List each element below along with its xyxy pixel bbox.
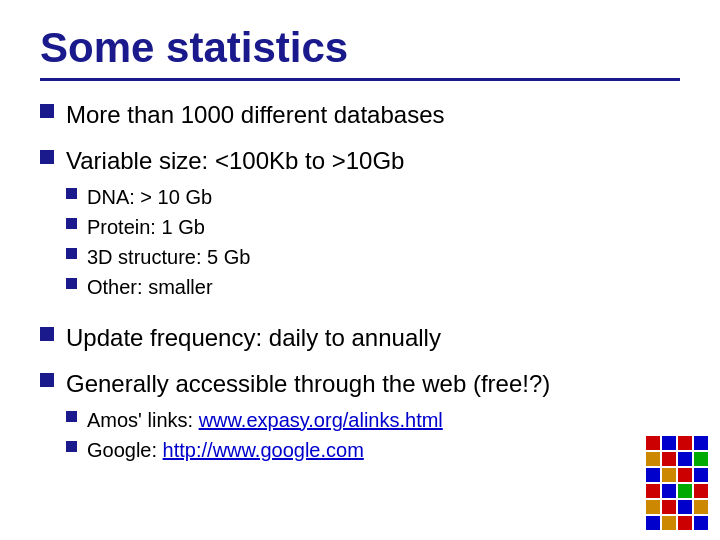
bullet-3: Update frequency: daily to annually	[40, 322, 680, 354]
decorative-mosaic	[646, 436, 708, 530]
mosaic-cell	[694, 516, 708, 530]
mosaic-cell	[646, 436, 660, 450]
mosaic-cell	[678, 452, 692, 466]
slide-title: Some statistics	[40, 24, 680, 72]
sub-bullet-2-2-icon	[66, 218, 77, 229]
bullet-3-text: Update frequency: daily to annually	[66, 322, 441, 354]
mosaic-cell	[646, 484, 660, 498]
bullet-4-text: Generally accessible through the web (fr…	[66, 368, 550, 400]
mosaic-cell	[678, 468, 692, 482]
sub-bullet-4-2: Google: http://www.google.com	[66, 437, 443, 463]
bullet-3-icon	[40, 327, 54, 341]
mosaic-cell	[646, 452, 660, 466]
mosaic-cell	[678, 516, 692, 530]
sub-bullet-4-2-text: Google: http://www.google.com	[87, 437, 364, 463]
expasy-link[interactable]: www.expasy.org/alinks.html	[199, 409, 443, 431]
bullet-4-sublist: Amos' links: www.expasy.org/alinks.html …	[66, 407, 443, 467]
mosaic-cell	[662, 500, 676, 514]
sub-bullet-2-3-icon	[66, 248, 77, 259]
mosaic-cell	[662, 436, 676, 450]
sub-bullet-4-1: Amos' links: www.expasy.org/alinks.html	[66, 407, 443, 433]
mosaic-cell	[646, 516, 660, 530]
slide: Some statistics More than 1000 different…	[0, 0, 720, 540]
mosaic-cell	[678, 436, 692, 450]
bullet-1-icon	[40, 104, 54, 118]
sub-bullet-2-4: Other: smaller	[66, 274, 250, 300]
mosaic-cell	[694, 452, 708, 466]
sub-bullet-2-1-text: DNA: > 10 Gb	[87, 184, 212, 210]
bullet-1-text: More than 1000 different databases	[66, 99, 445, 131]
sub-bullet-2-3-text: 3D structure: 5 Gb	[87, 244, 250, 270]
mosaic-cell	[678, 500, 692, 514]
title-divider	[40, 78, 680, 81]
sub-bullet-4-1-icon	[66, 411, 77, 422]
google-link[interactable]: http://www.google.com	[163, 439, 364, 461]
sub-bullet-4-2-icon	[66, 441, 77, 452]
bullet-2-text: Variable size: <100Kb to >10Gb	[66, 145, 404, 177]
mosaic-cell	[646, 500, 660, 514]
sub-bullet-2-1: DNA: > 10 Gb	[66, 184, 250, 210]
sub-bullet-2-3: 3D structure: 5 Gb	[66, 244, 250, 270]
mosaic-cell	[694, 500, 708, 514]
bullet-2-sublist: DNA: > 10 Gb Protein: 1 Gb 3D structure:…	[66, 184, 250, 304]
sub-bullet-2-1-icon	[66, 188, 77, 199]
bullet-2-icon	[40, 150, 54, 164]
mosaic-cell	[694, 468, 708, 482]
bullet-1: More than 1000 different databases	[40, 99, 680, 131]
mosaic-cell	[694, 484, 708, 498]
sub-bullet-4-1-text: Amos' links: www.expasy.org/alinks.html	[87, 407, 443, 433]
mosaic-cell	[662, 484, 676, 498]
mosaic-cell	[646, 468, 660, 482]
bullet-2: Variable size: <100Kb to >10Gb DNA: > 10…	[40, 145, 680, 307]
sub-bullet-2-4-icon	[66, 278, 77, 289]
bullet-4-icon	[40, 373, 54, 387]
mosaic-cell	[662, 452, 676, 466]
sub-bullet-2-2: Protein: 1 Gb	[66, 214, 250, 240]
sub-bullet-2-4-text: Other: smaller	[87, 274, 213, 300]
mosaic-cell	[662, 468, 676, 482]
sub-bullet-2-2-text: Protein: 1 Gb	[87, 214, 205, 240]
bullet-4: Generally accessible through the web (fr…	[40, 368, 680, 470]
mosaic-cell	[694, 436, 708, 450]
mosaic-cell	[662, 516, 676, 530]
mosaic-cell	[678, 484, 692, 498]
